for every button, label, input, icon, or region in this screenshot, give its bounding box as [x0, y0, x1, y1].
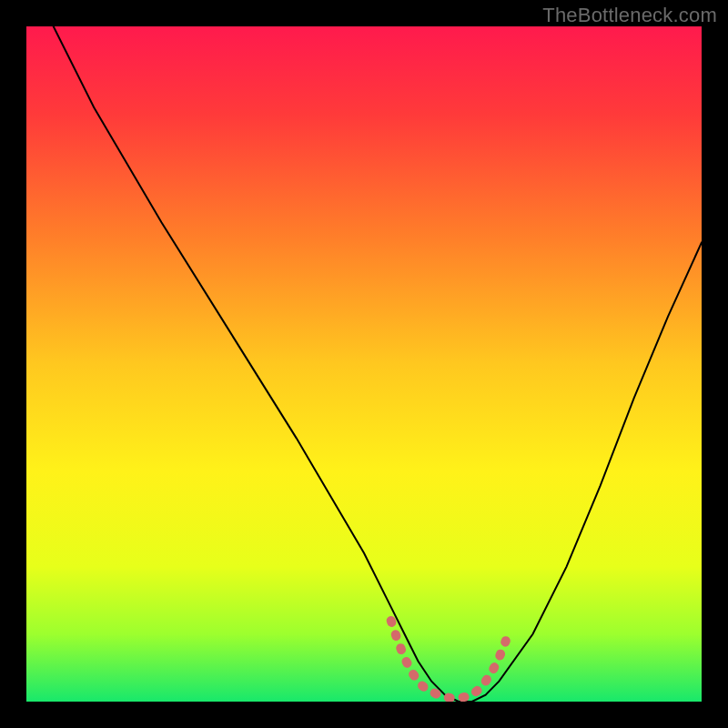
watermark-text: TheBottleneck.com [542, 4, 717, 27]
curve-layer [26, 26, 702, 702]
optimal-marker [391, 621, 506, 698]
plot-area [26, 26, 702, 702]
chart-frame: TheBottleneck.com [0, 0, 728, 728]
bottleneck-curve [54, 26, 702, 702]
